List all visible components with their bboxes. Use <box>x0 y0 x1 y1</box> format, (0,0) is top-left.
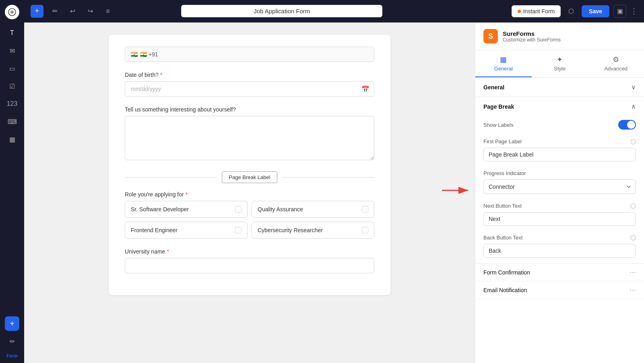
tab-style[interactable]: ✦ Style <box>532 50 588 77</box>
form-card: 🇮🇳 🇮🇳 +91 Date of birth? * 📅 Tell us som… <box>109 35 390 295</box>
edit-icon[interactable]: ✏ <box>48 5 61 18</box>
email-notification-dots[interactable]: ⋯ <box>630 286 636 294</box>
checkbox-box-1[interactable] <box>362 206 368 212</box>
right-panel: S SureForms Customize with SureForms ▦ G… <box>475 23 644 363</box>
menu-icon[interactable]: ≡ <box>101 5 114 18</box>
general-section-header[interactable]: General ∨ <box>475 78 644 97</box>
tab-general-label: General <box>494 66 513 72</box>
instant-form-button[interactable]: Instant Form <box>512 5 561 17</box>
first-page-label-field: First Page Label <box>475 135 644 167</box>
checkbox-box-2[interactable] <box>235 227 242 233</box>
add-block-button[interactable]: + <box>31 5 43 18</box>
view-toggle-button[interactable]: ▣ <box>613 5 626 18</box>
back-button-radio[interactable] <box>630 235 636 241</box>
checkbox-label-1: Quality Assurance <box>258 206 303 212</box>
university-required-star: * <box>167 248 169 255</box>
checkbox-box-0[interactable] <box>235 206 242 212</box>
checkbox-label-0: Sr. Software Developer <box>131 206 189 212</box>
tab-advanced-icon: ⚙ <box>613 55 619 64</box>
tab-style-label: Style <box>554 66 566 72</box>
general-section-title: General <box>483 84 504 91</box>
date-field-group: Date of birth? * 📅 <box>125 72 374 97</box>
back-button-text-input[interactable] <box>483 244 636 258</box>
sidebar-icon-123[interactable]: 123 <box>5 97 19 111</box>
date-label: Date of birth? * <box>125 72 374 78</box>
first-page-label-radio[interactable] <box>630 139 636 144</box>
tab-style-icon: ✦ <box>557 55 563 64</box>
panel-section-general: General ∨ <box>475 78 644 97</box>
role-checkbox-grid: Sr. Software Developer Quality Assurance… <box>125 201 374 239</box>
show-labels-label: Show Labels <box>483 122 513 128</box>
checkbox-item-1[interactable]: Quality Assurance <box>252 201 374 218</box>
panel-brand-subtitle: Customize with SureForms <box>503 37 561 43</box>
top-bar: + ✏ ↩ ↪ ≡ Instant Form ⬡ Save ▣ ⋮ <box>24 0 644 23</box>
tab-advanced-label: Advanced <box>604 66 627 72</box>
checkbox-item-2[interactable]: Frontend Engineer <box>125 222 248 239</box>
more-options-icon[interactable]: ⋮ <box>630 7 638 16</box>
role-field-group: Role you're applying for * Sr. Software … <box>125 191 374 239</box>
left-sidebar: T ✉ ▭ ☑ 123 ⌨ ▦ + ✏ Form <box>0 0 24 363</box>
page-break-section-title: Page Break <box>483 103 514 110</box>
panel-header-text: SureForms Customize with SureForms <box>503 30 561 43</box>
sidebar-logo[interactable] <box>5 5 19 19</box>
tab-general[interactable]: ▦ General <box>475 50 532 77</box>
sidebar-icon-keyboard[interactable]: ⌨ <box>5 114 19 129</box>
sidebar-icon-check[interactable]: ☑ <box>5 79 19 93</box>
redo-icon[interactable]: ↪ <box>84 5 97 18</box>
sidebar-icon-text[interactable]: T <box>5 26 19 40</box>
form-confirmation-dots[interactable]: ⋯ <box>630 268 636 276</box>
page-break-chevron-icon: ∧ <box>631 103 636 110</box>
form-confirmation-item[interactable]: Form Confirmation ⋯ <box>475 264 644 281</box>
phone-flag: 🇮🇳 <box>131 51 138 58</box>
date-input[interactable] <box>125 81 374 97</box>
sidebar-icon-layout[interactable]: ▭ <box>5 61 19 76</box>
sidebar-add-button[interactable]: + <box>5 316 19 331</box>
form-confirmation-label: Form Confirmation <box>483 269 530 276</box>
panel-brand-name: SureForms <box>503 30 561 37</box>
progress-indicator-field: Progress Indicator Connector Progress Ba… <box>475 167 644 200</box>
university-field-group: University name * <box>125 248 374 273</box>
email-notification-item[interactable]: Email Notification ⋯ <box>475 281 644 299</box>
sidebar-edit-icon[interactable]: ✏ <box>5 334 19 349</box>
instant-form-dot <box>518 10 521 13</box>
role-label: Role you're applying for * <box>125 191 374 198</box>
required-star: * <box>160 72 162 78</box>
toggle-slider <box>618 120 636 130</box>
university-input[interactable] <box>125 258 374 273</box>
checkbox-label-3: Cybersecurity Researcher <box>258 227 323 233</box>
logo-letter: S <box>488 32 493 41</box>
date-input-wrapper: 📅 <box>125 81 374 97</box>
email-notification-label: Email Notification <box>483 287 527 293</box>
tab-advanced[interactable]: ⚙ Advanced <box>588 50 644 77</box>
phone-value: 🇮🇳 +91 <box>140 51 158 58</box>
next-button-radio[interactable] <box>630 203 636 209</box>
sureforms-logo: S <box>483 29 498 43</box>
sidebar-icon-grid[interactable]: ▦ <box>5 132 19 146</box>
form-title-input[interactable] <box>181 5 382 17</box>
instant-form-label: Instant Form <box>523 8 555 14</box>
first-page-label-input[interactable] <box>483 148 636 161</box>
back-button-text-field: Back Button Text <box>475 231 644 263</box>
save-button[interactable]: Save <box>582 5 609 17</box>
checkbox-box-3[interactable] <box>362 227 368 233</box>
top-bar-right: Instant Form ⬡ Save ▣ ⋮ <box>512 5 638 18</box>
tab-general-icon: ▦ <box>500 55 507 64</box>
show-labels-toggle[interactable] <box>618 120 636 130</box>
page-break-label-button[interactable]: Page Break Label <box>222 171 277 183</box>
page-break-section-header[interactable]: Page Break ∧ <box>475 97 644 116</box>
phone-input[interactable]: 🇮🇳 🇮🇳 +91 <box>125 47 374 62</box>
textarea-input[interactable] <box>125 116 374 160</box>
checkbox-label-2: Frontend Engineer <box>131 227 178 233</box>
show-labels-row: Show Labels <box>475 116 644 135</box>
undo-icon[interactable]: ↩ <box>66 5 79 18</box>
main-area: 🇮🇳 🇮🇳 +91 Date of birth? * 📅 Tell us som… <box>24 23 475 363</box>
general-chevron-icon: ∨ <box>631 83 636 91</box>
checkbox-item-3[interactable]: Cybersecurity Researcher <box>252 222 374 239</box>
sidebar-icon-mail[interactable]: ✉ <box>5 43 19 58</box>
checkbox-item-0[interactable]: Sr. Software Developer <box>125 201 248 218</box>
progress-indicator-select[interactable]: Connector Progress Bar Steps <box>483 179 636 194</box>
next-button-text-input[interactable] <box>483 212 636 226</box>
external-link-icon[interactable]: ⬡ <box>565 5 578 18</box>
role-required-star: * <box>186 191 188 198</box>
sidebar-bottom: + ✏ Form <box>5 316 19 358</box>
